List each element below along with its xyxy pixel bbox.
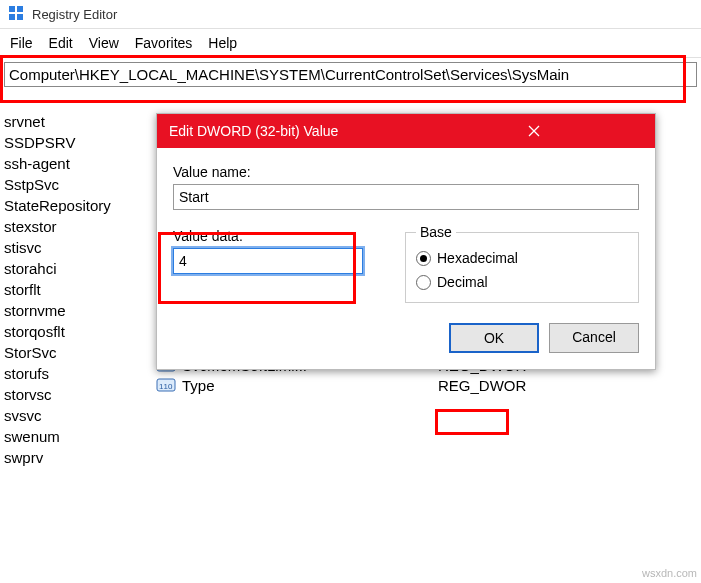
regedit-icon [8,5,26,23]
radio-dec-label: Decimal [437,274,488,290]
svg-rect-1 [17,6,23,12]
window-title: Registry Editor [32,7,117,22]
tree-item[interactable]: svsvc [4,405,148,426]
edit-dword-dialog: Edit DWORD (32-bit) Value Value name: Va… [156,113,656,370]
menu-file[interactable]: File [10,35,33,51]
radio-hex[interactable]: Hexadecimal [416,250,628,266]
value-row[interactable]: 110TypeREG_DWOR [150,375,701,395]
value-name: Type [182,377,432,394]
radio-hex-label: Hexadecimal [437,250,518,266]
radio-hex-indicator [416,251,431,266]
tree-item[interactable]: srvnet [4,111,148,132]
tree-item[interactable]: storflt [4,279,148,300]
menu-edit[interactable]: Edit [49,35,73,51]
tree-item[interactable]: stornvme [4,300,148,321]
menu-view[interactable]: View [89,35,119,51]
menu-help[interactable]: Help [208,35,237,51]
dialog-title: Edit DWORD (32-bit) Value [169,123,412,139]
tree-item[interactable]: StorSvc [4,342,148,363]
value-name-label: Value name: [173,164,639,180]
tree-item[interactable]: storufs [4,363,148,384]
base-fieldset: Base Hexadecimal Decimal [405,224,639,303]
cancel-button[interactable]: Cancel [549,323,639,353]
tree-item[interactable]: storqosflt [4,321,148,342]
tree-item[interactable]: swenum [4,426,148,447]
radio-dec[interactable]: Decimal [416,274,628,290]
binary-value-icon: 110 [156,376,176,394]
svg-rect-2 [9,14,15,20]
close-button[interactable] [412,114,655,148]
menu-favorites[interactable]: Favorites [135,35,193,51]
tree-item[interactable]: stexstor [4,216,148,237]
value-data-input[interactable] [173,248,363,274]
ok-button[interactable]: OK [449,323,539,353]
tree-item[interactable]: stisvc [4,237,148,258]
tree-panel: srvnetSSDPSRVssh-agentSstpSvcStateReposi… [0,105,150,583]
value-name-input[interactable] [173,184,639,210]
tree-item[interactable]: ssh-agent [4,153,148,174]
menu-bar: File Edit View Favorites Help [0,28,701,58]
tree-item[interactable]: swprv [4,447,148,468]
base-legend: Base [416,224,456,240]
tree-item[interactable]: storahci [4,258,148,279]
svg-rect-3 [17,14,23,20]
tree-item[interactable]: SSDPSRV [4,132,148,153]
tree-item[interactable]: storvsc [4,384,148,405]
address-bar[interactable] [4,62,697,87]
tree-item[interactable]: SstpSvc [4,174,148,195]
tree-item[interactable]: StateRepository [4,195,148,216]
radio-dec-indicator [416,275,431,290]
watermark: wsxdn.com [642,567,697,579]
value-type: REG_DWOR [438,377,538,394]
svg-rect-0 [9,6,15,12]
close-icon [528,125,540,137]
value-data-label: Value data: [173,228,385,244]
svg-text:110: 110 [159,382,173,391]
